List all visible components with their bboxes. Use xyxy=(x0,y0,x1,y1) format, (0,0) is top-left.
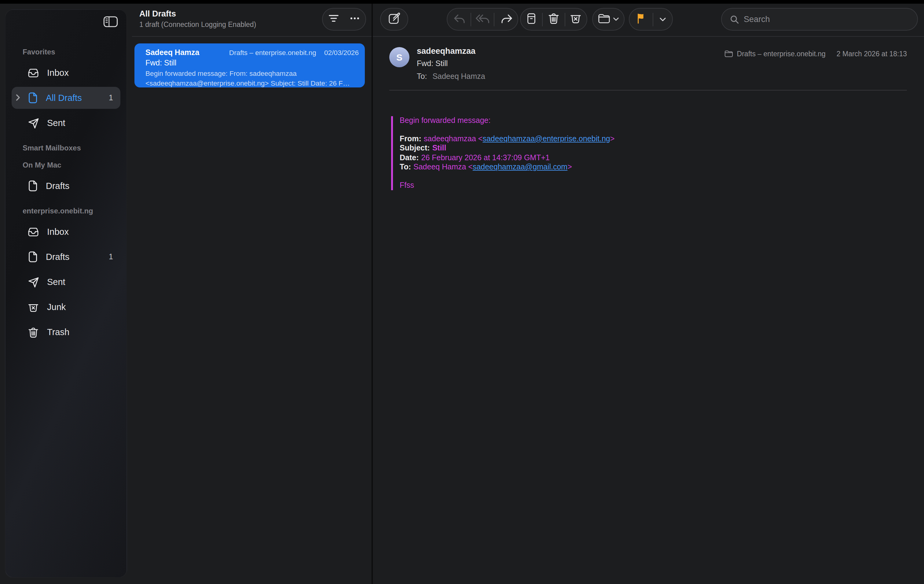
paper-plane-icon xyxy=(28,117,39,129)
email-link[interactable]: sadeeqhamzaa@gmail.com xyxy=(473,163,568,171)
search-input[interactable] xyxy=(744,15,909,24)
search-field[interactable] xyxy=(721,8,918,31)
sidebar-item-label: Drafts xyxy=(46,181,69,191)
forward-subject-line: Subject:Still xyxy=(400,144,614,153)
message-to-line: To:Sadeeq Hamza xyxy=(417,72,485,81)
forward-button[interactable] xyxy=(495,8,518,30)
sidebar: Favorites Inbox All Drafts 1 Sent Smart … xyxy=(5,9,127,578)
sidebar-section-header-favorites: Favorites xyxy=(23,48,117,56)
trash-button[interactable] xyxy=(543,8,565,30)
archive-icon xyxy=(526,12,537,26)
flag-menu-button[interactable] xyxy=(659,8,666,30)
move-to-folder-button[interactable] xyxy=(598,8,619,30)
column-divider[interactable] xyxy=(371,4,373,584)
mailbox-status: 1 draft (Connection Logging Enabled) xyxy=(139,20,256,28)
document-icon xyxy=(28,180,38,192)
header-divider xyxy=(132,36,924,37)
trash-icon xyxy=(548,12,560,26)
reply-button[interactable] xyxy=(447,8,470,30)
sidebar-toggle-icon xyxy=(103,20,118,29)
sidebar-item-label: Drafts xyxy=(46,252,69,262)
chevron-down-icon xyxy=(659,15,666,24)
message-header-divider xyxy=(389,90,907,91)
compose-pill xyxy=(380,8,408,31)
reply-all-icon xyxy=(475,13,490,25)
reply-pill-group xyxy=(447,8,518,31)
folder-icon xyxy=(598,13,610,25)
forward-icon xyxy=(500,13,512,25)
email-mailbox-label: Drafts – enterprise.onebit.ng xyxy=(229,49,316,56)
junk-bin-icon xyxy=(570,12,582,26)
to-recipient: Sadeeq Hamza xyxy=(432,72,485,81)
sidebar-item-junk-account[interactable]: Junk xyxy=(12,296,120,318)
more-button[interactable] xyxy=(344,8,365,30)
flag-pill-group xyxy=(629,8,673,31)
sidebar-item-drafts-account[interactable]: Drafts 1 xyxy=(12,246,120,268)
ellipsis-icon xyxy=(350,14,360,25)
folder-icon xyxy=(724,50,733,58)
archive-button[interactable] xyxy=(521,8,542,30)
unread-badge: 1 xyxy=(109,253,116,261)
email-list-item-selected[interactable]: Sadeeq Hamza Drafts – enterprise.onebit.… xyxy=(134,43,365,88)
sidebar-toggle-button[interactable] xyxy=(101,15,120,30)
sidebar-item-sent-favorites[interactable]: Sent xyxy=(12,112,120,134)
forwarded-message-block: Begin forwarded message: From:sadeeqhamz… xyxy=(391,116,614,190)
sidebar-item-trash-account[interactable]: Trash xyxy=(12,321,120,343)
sidebar-item-label: Junk xyxy=(47,302,66,312)
chevron-right-icon[interactable] xyxy=(16,94,20,101)
sidebar-item-label: Inbox xyxy=(47,68,69,78)
email-preview-line2: <sadeeqhamzaa@enterprise.onebit.ng> Subj… xyxy=(145,79,350,86)
email-date: 02/03/2026 xyxy=(324,49,359,56)
sidebar-item-inbox-favorites[interactable]: Inbox xyxy=(12,62,120,84)
email-subject: Fwd: Still xyxy=(145,58,359,67)
forward-date-line: Date:26 February 2026 at 14:37:09 GMT+1 xyxy=(400,153,614,163)
compose-button[interactable] xyxy=(388,8,401,30)
paper-plane-icon xyxy=(28,276,39,288)
email-preview-line1: Begin forwarded message: From: sadeeqham… xyxy=(145,70,297,77)
message-mailbox: Drafts – enterprise.onebit.ng xyxy=(737,50,826,58)
document-icon xyxy=(28,251,38,263)
sidebar-section-header-smart-mailboxes: Smart Mailboxes xyxy=(23,144,117,152)
message-body-text: Ffss xyxy=(400,181,614,190)
chevron-down-icon xyxy=(613,17,619,22)
junk-bin-icon xyxy=(28,301,39,313)
reply-all-button[interactable] xyxy=(471,8,494,30)
sidebar-section-header-account: enterprise.onebit.ng xyxy=(23,207,117,215)
list-actions-pill xyxy=(322,8,366,31)
sidebar-item-sent-account[interactable]: Sent xyxy=(12,271,120,293)
flag-button[interactable] xyxy=(636,8,646,30)
inbox-icon xyxy=(28,226,39,237)
document-icon xyxy=(28,92,38,104)
sidebar-item-label: Trash xyxy=(47,327,69,337)
avatar: S xyxy=(389,47,409,67)
mail-app-screen: Favorites Inbox All Drafts 1 Sent Smart … xyxy=(0,0,924,584)
message-from-name: sadeeqhamzaa xyxy=(417,46,475,56)
sidebar-item-label: Sent xyxy=(47,118,65,128)
filter-icon xyxy=(327,14,340,25)
toolbar-separator xyxy=(652,13,653,26)
email-sender: Sadeeq Hamza xyxy=(145,48,199,57)
message-meta: Drafts – enterprise.onebit.ng 2 March 20… xyxy=(724,50,907,58)
to-label: To: xyxy=(417,72,427,81)
sidebar-item-drafts-on-my-mac[interactable]: Drafts xyxy=(12,175,120,197)
sidebar-section-header-on-my-mac: On My Mac xyxy=(23,161,117,169)
email-link[interactable]: sadeeqhamzaa@enterprise.onebit.ng xyxy=(482,134,610,143)
mail-window: Favorites Inbox All Drafts 1 Sent Smart … xyxy=(0,4,924,584)
forward-from-line: From:sadeeqhamzaa <sadeeqhamzaa@enterpri… xyxy=(400,134,614,144)
sidebar-item-label: Inbox xyxy=(47,227,69,237)
message-date: 2 March 2026 at 18:13 xyxy=(837,50,907,58)
sidebar-item-label: All Drafts xyxy=(46,93,82,103)
sidebar-item-inbox-account[interactable]: Inbox xyxy=(12,221,120,243)
filter-button[interactable] xyxy=(323,8,344,30)
compose-icon xyxy=(388,12,401,27)
junk-button[interactable] xyxy=(565,8,587,30)
sidebar-item-label: Sent xyxy=(47,277,65,287)
reply-icon xyxy=(453,13,465,25)
delete-pill-group xyxy=(520,8,587,31)
search-icon xyxy=(730,15,739,23)
forward-to-line: To:Sadeeq Hamza <sadeeqhamzaa@gmail.com> xyxy=(400,163,614,172)
unread-badge: 1 xyxy=(109,94,116,102)
sidebar-item-all-drafts[interactable]: All Drafts 1 xyxy=(12,87,120,109)
forward-intro: Begin forwarded message: xyxy=(400,116,614,126)
mailbox-title: All Drafts xyxy=(139,9,176,18)
